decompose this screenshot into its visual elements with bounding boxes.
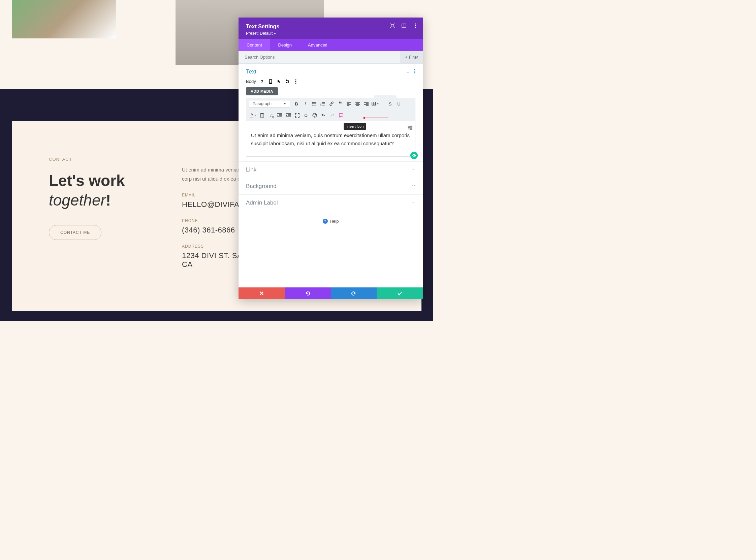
indent-button[interactable] [284, 111, 293, 119]
help-label: Help [330, 219, 339, 224]
svg-rect-32 [355, 104, 360, 105]
svg-rect-30 [355, 102, 360, 103]
svg-rect-50 [288, 114, 291, 115]
chevron-down-icon: ﹀ [412, 200, 415, 205]
svg-rect-15 [313, 102, 316, 103]
section-text-label: Text [246, 68, 257, 75]
svg-rect-19 [313, 105, 316, 105]
section-admin-header[interactable]: Admin Label ﹀ [239, 195, 423, 211]
filter-label: Filter [409, 55, 418, 60]
svg-point-54 [314, 115, 314, 115]
svg-point-16 [312, 103, 313, 104]
svg-rect-34 [364, 102, 369, 103]
svg-rect-33 [356, 105, 359, 106]
gallery-image-1 [12, 0, 116, 38]
bullet-list-button[interactable] [310, 100, 319, 108]
svg-text:3: 3 [320, 104, 321, 106]
link-button[interactable] [327, 100, 336, 108]
reset-icon[interactable] [285, 79, 290, 84]
tab-advanced[interactable]: Advanced [300, 39, 335, 51]
cancel-button[interactable] [239, 287, 285, 299]
svg-point-5 [415, 27, 416, 28]
svg-rect-28 [347, 104, 351, 105]
svg-rect-23 [322, 103, 325, 104]
section-link-label: Link [246, 166, 257, 173]
section-text-header[interactable]: Text ︿ [239, 64, 423, 80]
hover-icon[interactable] [277, 79, 281, 84]
svg-rect-29 [347, 105, 349, 106]
redo-button[interactable] [328, 111, 336, 119]
align-right-button[interactable] [362, 100, 371, 108]
special-char-button[interactable]: Ω [302, 111, 310, 119]
insert-icon-button[interactable] [336, 111, 345, 119]
bold-button[interactable]: B [292, 100, 301, 108]
columns-icon[interactable] [401, 23, 407, 28]
italic-button[interactable]: I [301, 100, 310, 108]
help-icon[interactable]: ? [260, 79, 264, 84]
numbered-list-button[interactable]: 123 [319, 100, 327, 108]
svg-rect-46 [279, 114, 282, 115]
mobile-icon[interactable] [268, 79, 273, 84]
section-link-header[interactable]: Link ﹀ [239, 161, 423, 178]
filter-button[interactable]: +Filter [400, 51, 423, 63]
text-color-button[interactable]: A▼ [249, 111, 258, 119]
blockquote-button[interactable]: ❝ [336, 100, 345, 108]
svg-point-7 [414, 71, 415, 72]
tab-design[interactable]: Design [270, 39, 300, 51]
svg-point-6 [414, 69, 415, 70]
align-left-button[interactable] [345, 100, 353, 108]
help-link[interactable]: ? Help [239, 211, 423, 231]
paste-text-button[interactable]: T [258, 111, 266, 119]
help-badge-icon: ? [323, 219, 328, 224]
outdent-button[interactable] [275, 111, 284, 119]
section-admin-label: Admin Label [246, 199, 278, 206]
svg-rect-36 [364, 104, 369, 105]
annotation-arrow [364, 118, 388, 118]
clear-format-button[interactable]: T✕ [266, 111, 275, 119]
strikethrough-button[interactable]: S [386, 100, 394, 108]
underline-button[interactable]: U [394, 100, 403, 108]
svg-rect-48 [277, 117, 282, 117]
svg-rect-49 [286, 113, 291, 114]
svg-rect-51 [288, 115, 291, 116]
preset-dropdown[interactable]: Preset: Default ▾ [246, 31, 415, 36]
more-options-icon[interactable] [413, 23, 418, 28]
svg-point-55 [315, 115, 316, 115]
section-background-label: Background [246, 183, 277, 190]
search-options-input[interactable] [239, 51, 400, 63]
paragraph-dropdown[interactable]: Paragraph▼ [249, 100, 290, 107]
contact-heading: Let's work together! [49, 171, 167, 210]
bottom-redo-button[interactable] [331, 287, 377, 299]
svg-rect-31 [356, 103, 359, 104]
svg-point-12 [295, 81, 296, 82]
emoji-button[interactable] [310, 111, 319, 119]
svg-rect-37 [366, 105, 369, 106]
align-center-button[interactable] [353, 100, 362, 108]
text-settings-panel: Text Settings Preset: Default ▾ Content … [239, 18, 423, 299]
table-button[interactable]: ▼ [371, 100, 380, 108]
svg-rect-26 [347, 102, 351, 103]
expand-icon[interactable] [390, 23, 395, 28]
svg-rect-35 [366, 103, 369, 104]
editor-textarea[interactable]: Ut enim ad minima veniam, quis nostrum e… [246, 121, 415, 157]
heading-part-italic: together [49, 192, 106, 209]
svg-rect-25 [322, 105, 325, 105]
svg-point-53 [313, 113, 317, 117]
section-background-header[interactable]: Background ﹀ [239, 178, 423, 195]
chevron-up-icon: ︿ [406, 69, 410, 75]
paragraph-label: Paragraph [253, 101, 271, 106]
body-more-icon[interactable] [293, 79, 298, 84]
panel-header[interactable]: Text Settings Preset: Default ▾ [239, 18, 423, 39]
contact-me-button[interactable]: CONTACT ME [49, 225, 101, 240]
fullscreen-button[interactable] [293, 111, 302, 119]
svg-point-8 [414, 73, 415, 74]
add-media-button[interactable]: ADD MEDIA [246, 87, 278, 95]
bottom-undo-button[interactable] [285, 287, 331, 299]
save-button[interactable] [377, 287, 423, 299]
svg-rect-21 [322, 102, 325, 103]
tab-content[interactable]: Content [239, 39, 270, 51]
undo-button[interactable] [319, 111, 328, 119]
grammarly-icon[interactable] [410, 152, 418, 159]
section-more-icon[interactable] [414, 68, 415, 75]
heading-part-1: Let's work [49, 172, 125, 189]
